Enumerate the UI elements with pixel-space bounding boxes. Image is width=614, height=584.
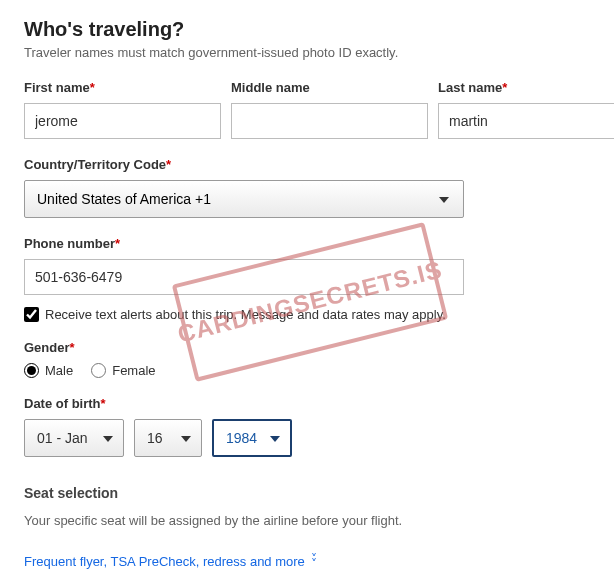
first-name-input[interactable] xyxy=(24,103,221,139)
last-name-label: Last name* xyxy=(438,80,614,95)
country-code-label: Country/Territory Code* xyxy=(24,157,590,172)
page-subtext: Traveler names must match government-iss… xyxy=(24,45,590,60)
chevron-down-icon xyxy=(311,557,317,567)
country-code-select[interactable]: United States of America +1 xyxy=(24,180,464,218)
middle-name-input[interactable] xyxy=(231,103,428,139)
page-title: Who's traveling? xyxy=(24,18,590,41)
phone-number-input[interactable] xyxy=(24,259,464,295)
seat-selection-text: Your specific seat will be assigned by t… xyxy=(24,513,590,528)
frequent-flyer-link[interactable]: Frequent flyer, TSA PreCheck, redress an… xyxy=(24,554,317,569)
gender-female-label: Female xyxy=(112,363,155,378)
gender-female-radio[interactable] xyxy=(91,363,106,378)
dob-year-select[interactable]: 1984 xyxy=(212,419,292,457)
dob-label: Date of birth* xyxy=(24,396,590,411)
gender-label: Gender* xyxy=(24,340,590,355)
phone-number-label: Phone number* xyxy=(24,236,590,251)
dob-day-select[interactable]: 16 xyxy=(134,419,202,457)
gender-male-label: Male xyxy=(45,363,73,378)
gender-male-radio[interactable] xyxy=(24,363,39,378)
last-name-input[interactable] xyxy=(438,103,614,139)
text-alerts-checkbox[interactable] xyxy=(24,307,39,322)
middle-name-label: Middle name xyxy=(231,80,428,95)
text-alerts-label: Receive text alerts about this trip. Mes… xyxy=(45,307,446,322)
seat-selection-heading: Seat selection xyxy=(24,485,590,501)
first-name-label: First name* xyxy=(24,80,221,95)
dob-month-select[interactable]: 01 - Jan xyxy=(24,419,124,457)
